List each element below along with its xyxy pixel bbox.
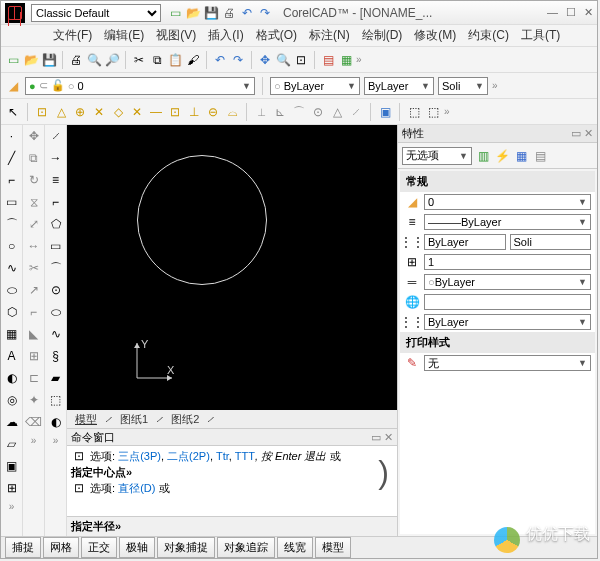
workspace-select[interactable]: Classic Default [31,4,161,22]
linetype-combo[interactable]: ByLayer▼ [364,77,434,95]
solid-icon[interactable]: ▰ [48,369,64,387]
spline2-icon[interactable]: ∿ [48,325,64,343]
save-icon[interactable]: 💾 [41,52,57,68]
prop-ltype2[interactable]: ByLayer [424,234,506,250]
snap6-icon[interactable]: ⟋ [348,104,364,120]
polygon-icon[interactable]: ⬡ [4,303,20,321]
menu-insert[interactable]: 插入(I) [204,25,247,46]
filter2-icon[interactable]: ▦ [513,148,529,164]
status-polar[interactable]: 极轴 [119,537,155,558]
toggle-icon[interactable]: ▤ [532,148,548,164]
prop-plot[interactable]: ByLayer▼ [424,314,591,330]
status-grid[interactable]: 网格 [43,537,79,558]
donut-icon[interactable]: ◎ [4,391,20,409]
xline-icon[interactable]: ⟋ [48,127,64,145]
midpoint-icon[interactable]: △ [53,104,69,120]
endpoint-icon[interactable]: ⊡ [34,104,50,120]
find-icon[interactable]: 🔎 [104,52,120,68]
new-icon[interactable]: ▭ [167,5,183,21]
select-icon[interactable]: ⬚ [406,104,422,120]
prop-scale[interactable]: 1 [424,254,591,270]
redo-icon[interactable]: ↷ [230,52,246,68]
mirror-icon[interactable]: ⧖ [26,193,42,211]
ellipse2-icon[interactable]: ⬭ [48,303,64,321]
hatch-icon[interactable]: ▦ [4,325,20,343]
block-icon[interactable]: ▣ [4,457,20,475]
rect2-icon[interactable]: ▭ [48,237,64,255]
polyline-icon[interactable]: ⌐ [4,171,20,189]
wipeout-icon[interactable]: ▱ [4,435,20,453]
undo-icon[interactable]: ↶ [239,5,255,21]
overflow-icon[interactable]: » [31,435,37,446]
explode-icon[interactable]: ✦ [26,391,42,409]
menu-edit[interactable]: 编辑(E) [100,25,148,46]
snap4-icon[interactable]: ⊙ [310,104,326,120]
rotate-icon[interactable]: ↻ [26,171,42,189]
menu-format[interactable]: 格式(O) [252,25,301,46]
stretch-icon[interactable]: ↔ [26,237,42,255]
tab-sheet1[interactable]: 图纸1 [116,411,152,428]
move-icon[interactable]: ✥ [26,127,42,145]
color-combo[interactable]: ○ ByLayer▼ [270,77,360,95]
mline-icon[interactable]: ≡ [48,171,64,189]
prop-linetype[interactable]: ——— ByLayer▼ [424,214,591,230]
close-icon[interactable]: ▭ ✕ [371,431,393,444]
offset-icon[interactable]: ⊏ [26,369,42,387]
circle2-icon[interactable]: ⊙ [48,281,64,299]
lineweight-combo[interactable]: Soli▼ [438,77,488,95]
table-icon[interactable]: ⊞ [4,479,20,497]
overflow-icon[interactable]: » [9,501,15,512]
minimize-button[interactable]: — [547,6,558,19]
prop-lt3[interactable]: Soli [510,234,592,250]
layer-manager-icon[interactable]: ◢ [5,78,21,94]
preview-icon[interactable]: 🔍 [86,52,102,68]
extension-icon[interactable]: — [148,104,164,120]
menu-draw[interactable]: 绘制(D) [358,25,407,46]
menu-view[interactable]: 视图(V) [152,25,200,46]
status-ortho[interactable]: 正交 [81,537,117,558]
arc2-icon[interactable]: ⌒ [48,259,64,277]
3dpoly-icon[interactable]: ⌐ [48,193,64,211]
line-icon[interactable]: ╱ [4,149,20,167]
prop-lweight[interactable]: ○ ByLayer▼ [424,274,591,290]
copy-icon[interactable]: ⧉ [26,149,42,167]
drawing-viewport[interactable]: YX [67,125,397,410]
tab-sheet2[interactable]: 图纸2 [167,411,203,428]
prop-layer[interactable]: 0▼ [424,194,591,210]
menu-tools[interactable]: 工具(T) [517,25,564,46]
perpendicular-icon[interactable]: ⊥ [186,104,202,120]
redo-icon[interactable]: ↷ [257,5,273,21]
spline-icon[interactable]: ∿ [4,259,20,277]
section-plotstyle[interactable]: 打印样式 [400,332,595,353]
region-icon[interactable]: ◐ [4,369,20,387]
erase-icon[interactable]: ⌫ [26,413,42,431]
snap2-icon[interactable]: ⊾ [272,104,288,120]
boundary-icon[interactable]: ⬚ [48,391,64,409]
ray-icon[interactable]: → [48,149,64,167]
overflow-icon[interactable]: » [444,106,450,117]
section-general[interactable]: 常规 [400,171,595,192]
overflow-icon[interactable]: » [492,80,498,91]
ellipse-icon[interactable]: ⬭ [4,281,20,299]
menu-modify[interactable]: 修改(M) [410,25,460,46]
text-icon[interactable]: A [4,347,20,365]
gradient-icon[interactable]: ◐ [48,413,64,431]
extend-icon[interactable]: ↗ [26,281,42,299]
print-icon[interactable]: 🖨 [221,5,237,21]
pan-icon[interactable]: ✥ [257,52,273,68]
copy-icon[interactable]: ⧉ [149,52,165,68]
status-snap[interactable]: 捕捉 [5,537,41,558]
helix-icon[interactable]: § [48,347,64,365]
quadrant-icon[interactable]: ◇ [110,104,126,120]
menu-constraint[interactable]: 约束(C) [464,25,513,46]
array-icon[interactable]: ⊞ [26,347,42,365]
nearest-icon[interactable]: ⌓ [224,104,240,120]
undo-icon[interactable]: ↶ [212,52,228,68]
rectangle-icon[interactable]: ▭ [4,193,20,211]
quick-icon[interactable]: ⚡ [494,148,510,164]
intersection-icon[interactable]: ✕ [129,104,145,120]
prop-link[interactable] [424,294,591,310]
pick-icon[interactable]: ▥ [475,148,491,164]
cut-icon[interactable]: ✂ [131,52,147,68]
save-icon[interactable]: 💾 [203,5,219,21]
